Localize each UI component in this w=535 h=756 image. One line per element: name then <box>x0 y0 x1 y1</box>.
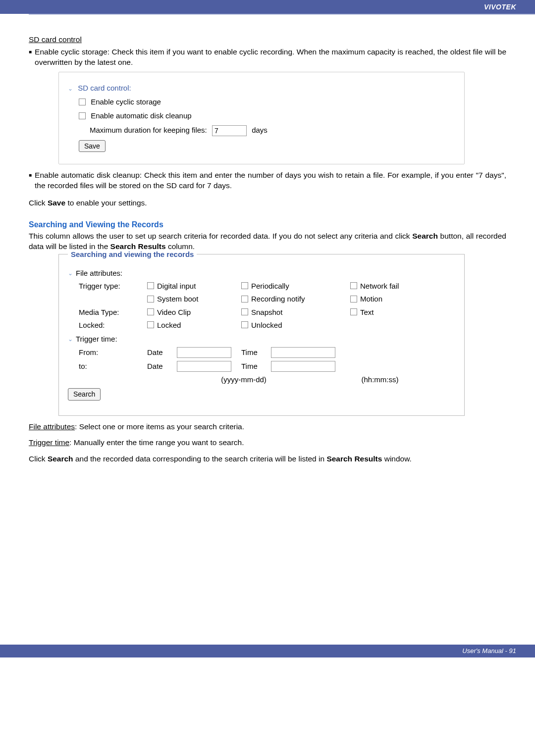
search-button[interactable]: Search <box>68 388 101 401</box>
motion-label: Motion <box>360 294 382 304</box>
video-clip-checkbox[interactable] <box>147 308 154 315</box>
click-save-bold: Save <box>48 199 65 207</box>
file-attr-rest: : Select one or more items as your searc… <box>75 422 244 431</box>
last-b2: Search Results <box>326 454 382 463</box>
chevron-down-icon: ⌄ <box>68 335 74 343</box>
chevron-down-icon: ⌄ <box>68 269 74 277</box>
to-date-input[interactable] <box>177 361 231 372</box>
file-attr-underline: File attributes <box>29 422 75 431</box>
sd-bullet2: Enable automatic disk cleanup: Check thi… <box>35 170 506 191</box>
trigger-type-label: Trigger type: <box>68 281 147 291</box>
search-legend: Searching and viewing the records <box>68 250 197 259</box>
digital-input-checkbox[interactable] <box>147 282 154 289</box>
date-format-hint: (yyyy-mm-dd) <box>147 375 321 385</box>
max-duration-input[interactable] <box>212 125 247 136</box>
cleanup-checkbox[interactable] <box>79 112 86 119</box>
header-bar: VIVOTEK <box>0 0 535 14</box>
sd-bullet1: Enable cyclic storage: Check this item i… <box>35 47 506 68</box>
last-b1: Search <box>48 454 73 463</box>
trigger-time-label: Trigger time: <box>76 334 117 344</box>
unlocked-option-label: Unlocked <box>251 320 282 330</box>
recording-notify-label: Recording notify <box>251 294 305 304</box>
search-intro-b1: Search <box>412 232 438 240</box>
file-attributes-label: File attributes: <box>76 268 122 278</box>
digital-input-label: Digital input <box>157 281 196 291</box>
locked-checkbox[interactable] <box>147 321 154 328</box>
snapshot-checkbox[interactable] <box>241 308 248 315</box>
sd-panel: ⌄ SD card control: Enable cyclic storage… <box>58 72 465 165</box>
system-boot-checkbox[interactable] <box>147 296 154 302</box>
motion-checkbox[interactable] <box>350 296 357 302</box>
max-duration-label: Maximum duration for keeping files: <box>90 126 207 134</box>
from-label: From: <box>68 348 147 357</box>
text-checkbox[interactable] <box>350 308 357 315</box>
time-label: Time <box>241 348 271 357</box>
to-label: to: <box>68 361 147 371</box>
periodically-checkbox[interactable] <box>241 282 248 289</box>
date-label: Date <box>147 361 177 371</box>
page-body: SD card control ■ Enable cyclic storage:… <box>0 15 535 476</box>
max-duration-unit: days <box>252 126 268 134</box>
from-date-input[interactable] <box>177 347 231 358</box>
search-heading: Searching and Viewing the Records <box>29 219 506 230</box>
snapshot-label: Snapshot <box>251 307 282 317</box>
sd-panel-title: SD card control: <box>78 84 131 92</box>
video-clip-label: Video Clip <box>157 307 191 317</box>
save-button[interactable]: Save <box>79 140 106 152</box>
search-fieldset: Searching and viewing the records ⌄ File… <box>58 254 465 416</box>
footer-bar: User's Manual - 91 <box>0 645 535 657</box>
chevron-down-icon: ⌄ <box>68 85 74 93</box>
to-time-input[interactable] <box>271 361 335 372</box>
last-pre: Click <box>29 454 48 463</box>
time-format-hint: (hh:mm:ss) <box>321 375 439 385</box>
recording-notify-checkbox[interactable] <box>241 296 248 302</box>
click-save-text-post: to enable your settings. <box>65 199 147 207</box>
date-label: Date <box>147 348 177 357</box>
bullet-icon: ■ <box>29 47 32 68</box>
text-label: Text <box>360 307 374 317</box>
last-mid: and the recorded data corresponding to t… <box>73 454 327 463</box>
media-type-label: Media Type: <box>68 307 147 317</box>
cyclic-checkbox[interactable] <box>79 99 86 105</box>
network-fail-checkbox[interactable] <box>350 282 357 289</box>
network-fail-label: Network fail <box>360 281 399 291</box>
footer-text: User's Manual - 91 <box>462 647 516 655</box>
unlocked-checkbox[interactable] <box>241 321 248 328</box>
periodically-label: Periodically <box>251 281 289 291</box>
trigger-time-rest: : Manually enter the time range you want… <box>69 438 244 447</box>
cyclic-label: Enable cyclic storage <box>91 98 161 106</box>
click-save-text-pre: Click <box>29 199 48 207</box>
search-intro-pre: This column allows the user to set up se… <box>29 232 412 240</box>
bullet-icon: ■ <box>29 170 32 191</box>
sd-heading: SD card control <box>29 35 82 44</box>
last-post: window. <box>382 454 411 463</box>
sd-panel-title-row: ⌄ SD card control: <box>68 83 455 93</box>
system-boot-label: System boot <box>157 294 198 304</box>
trigger-time-underline: Trigger time <box>29 438 69 447</box>
from-time-input[interactable] <box>271 347 335 358</box>
brand-label: VIVOTEK <box>484 3 516 11</box>
time-label: Time <box>241 361 271 371</box>
locked-option-label: Locked <box>157 320 181 330</box>
cleanup-label: Enable automatic disk cleanup <box>91 111 191 120</box>
locked-label: Locked: <box>68 320 147 330</box>
